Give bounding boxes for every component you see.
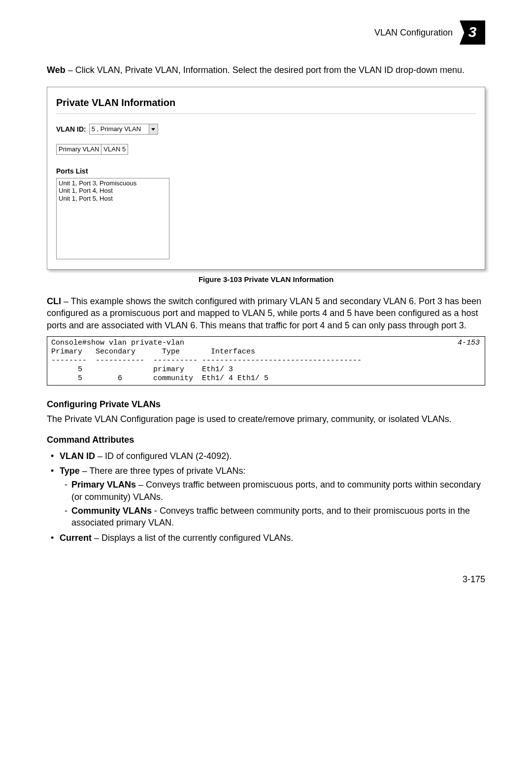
cli-line: Primary Secondary Type Interfaces: [51, 348, 255, 356]
vlan-id-dropdown[interactable]: 5 , Primary VLAN: [89, 124, 158, 135]
web-intro: Web – Click VLAN, Private VLAN, Informat…: [47, 64, 485, 76]
attr-sublist: Primary VLANs – Conveys traffic between …: [60, 479, 485, 528]
cli-ref: 4-153: [458, 339, 480, 348]
ports-list-item[interactable]: Unit 1, Port 4, Host: [59, 187, 167, 195]
chevron-down-icon[interactable]: [149, 124, 158, 134]
mini-col2: VLAN 5: [101, 144, 128, 154]
cli-line: Console#show vlan private-vlan: [51, 339, 184, 347]
attr-subitem: Primary VLANs – Conveys traffic between …: [65, 479, 485, 503]
cli-intro: CLI – This example shows the switch conf…: [47, 295, 485, 331]
header-title: VLAN Configuration: [374, 27, 453, 38]
figure-caption: Figure 3-103 Private VLAN Information: [47, 275, 485, 284]
vlan-id-value: 5 , Primary VLAN: [90, 124, 149, 134]
attr-subitem: Community VLANs - Conveys traffic betwee…: [65, 505, 485, 529]
screenshot-panel: Private VLAN Information VLAN ID: 5 , Pr…: [47, 87, 485, 269]
cli-line: -------- ----------- ---------- --------…: [51, 356, 362, 365]
attr-item: Current – Displays a list of the current…: [54, 532, 485, 544]
attributes-list: VLAN ID – ID of configured VLAN (2-4092)…: [47, 450, 485, 544]
chapter-number: 3: [468, 22, 477, 42]
web-intro-text: – Click VLAN, Private VLAN, Information.…: [66, 65, 465, 75]
ports-list-item[interactable]: Unit 1, Port 3, Promiscuous: [59, 179, 167, 187]
ports-list-box[interactable]: Unit 1, Port 3, Promiscuous Unit 1, Port…: [56, 178, 169, 259]
cli-intro-bold: CLI: [47, 296, 61, 306]
cli-line: 5 6 community Eth1/ 4 Eth1/ 5: [51, 374, 268, 383]
section-heading: Configuring Private VLANs: [47, 398, 485, 410]
vlan-id-label: VLAN ID:: [56, 125, 86, 134]
page-header: VLAN Configuration 3: [47, 20, 485, 45]
command-attributes-heading: Command Attributes: [47, 434, 485, 446]
section-desc: The Private VLAN Configuration page is u…: [47, 413, 485, 425]
cli-output: 4-153Console#show vlan private-vlan Prim…: [47, 336, 485, 386]
vlan-id-row: VLAN ID: 5 , Primary VLAN: [56, 124, 476, 135]
panel-title: Private VLAN Information: [56, 96, 476, 114]
attr-item: VLAN ID – ID of configured VLAN (2-4092)…: [54, 450, 485, 462]
ports-list-item[interactable]: Unit 1, Port 5, Host: [59, 195, 167, 203]
primary-vlan-table: Primary VLAN VLAN 5: [56, 144, 128, 155]
chapter-badge: 3: [460, 20, 485, 45]
cli-line: 5 primary Eth1/ 3: [51, 365, 233, 374]
attr-item: Type – There are three types of private …: [54, 465, 485, 528]
ports-list-label: Ports List: [56, 167, 476, 176]
mini-col1: Primary VLAN: [57, 144, 101, 154]
cli-intro-text: – This example shows the switch configur…: [47, 296, 481, 330]
web-intro-bold: Web: [47, 65, 66, 75]
page-number: 3-175: [47, 573, 485, 585]
